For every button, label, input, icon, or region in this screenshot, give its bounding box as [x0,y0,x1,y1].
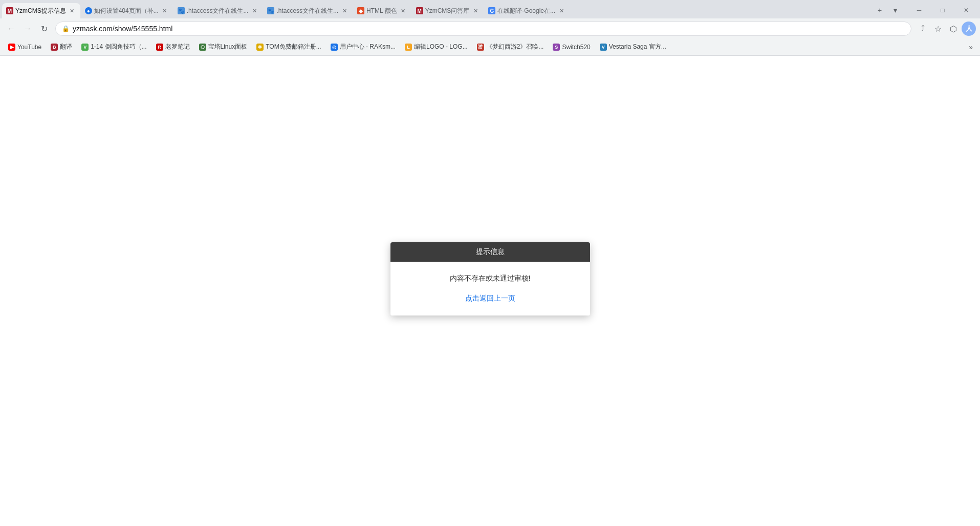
bookmark-bm11[interactable]: VVestaria Saga 官方... [596,40,670,53]
tab-close-tab3[interactable]: ✕ [250,7,258,15]
new-tab-button[interactable]: + [873,3,887,17]
bookmark-label-bm2: 翻译 [60,43,72,51]
tab-favicon-tab2: ● [85,7,92,14]
bookmarks-bar: ▶YouTubeB翻译V1-14 倒圆角技巧（...R老罗笔记⬡宝塔Linux面… [0,39,980,55]
bookmark-icon-bm3: V [81,44,89,51]
tab-close-tab4[interactable]: ✕ [340,7,349,15]
tab-favicon-tab7: G [488,7,495,14]
dialog-message: 内容不存在或未通过审核! [399,274,582,283]
dialog: 提示信息 内容不存在或未通过审核! 点击返回上一页 [390,242,590,315]
profile-button[interactable]: 人 [962,22,976,36]
toolbar: ← → ↻ 🔒 yzmask.com/show/545555.html ⤴ ☆ … [0,18,980,39]
tab-close-tab5[interactable]: ✕ [399,7,407,15]
bookmark-bm9[interactable]: 游《梦幻西游2》召唤... [473,40,548,53]
tab-tab6[interactable]: MYzmCMS问答库✕ [412,3,484,18]
bookmark-label-bm9: 《梦幻西游2》召唤... [486,43,544,51]
tab-favicon-tab5: ◆ [357,7,364,14]
address-text: yzmask.com/show/545555.html [73,25,172,33]
tab-tab7[interactable]: G在线翻译-Google在...✕ [484,3,570,18]
bookmark-label-bm10: Switch520 [562,44,590,51]
bookmark-label-bm4: 老罗笔记 [165,43,190,51]
page-content: 提示信息 内容不存在或未通过审核! 点击返回上一页 [0,56,980,501]
bookmark-bm2[interactable]: B翻译 [47,40,76,53]
tab-close-tab2[interactable]: ✕ [161,7,169,15]
tab-label-tab2: 如何设置404页面（补... [94,7,159,15]
tab-close-tab7[interactable]: ✕ [557,7,565,15]
tab-tab4[interactable]: 🐾.htaccess文件在线生...✕ [263,3,353,18]
bookmarks-more-button[interactable]: » [966,41,976,53]
share-button[interactable]: ⤴ [916,22,930,36]
tab-close-tab1[interactable]: ✕ [68,7,76,15]
tab-label-tab3: .htaccess文件在线生... [187,7,249,15]
tab-tab5[interactable]: ◆HTML 颜色✕ [353,3,411,18]
toolbar-right: ⤴ ☆ ⬡ 人 [916,22,976,36]
bookmark-icon-bm8: L [405,44,412,51]
tab-label-tab4: .htaccess文件在线生... [276,7,338,15]
bookmark-bm8[interactable]: L编辑LOGO - LOG... [401,40,472,53]
bookmark-bm5[interactable]: ⬡宝塔Linux面板 [195,40,252,53]
address-bar[interactable]: 🔒 yzmask.com/show/545555.html [55,22,911,36]
bookmark-icon-bm5: ⬡ [199,44,206,51]
tab-favicon-tab4: 🐾 [267,7,274,14]
bookmark-button[interactable]: ☆ [931,22,945,36]
bookmark-label-bm3: 1-14 倒圆角技巧（... [91,43,146,51]
tab-label-tab1: YzmCMS提示信息 [15,7,66,15]
tab-tab2[interactable]: ●如何设置404页面（补...✕ [81,3,173,18]
maximize-button[interactable]: □ [931,2,954,18]
bookmark-label-bm7: 用户中心 - RAKsm... [340,43,396,51]
bookmark-bm4[interactable]: R老罗笔记 [152,40,194,53]
bookmark-label-bm8: 编辑LOGO - LOG... [414,43,468,51]
tab-label-tab6: YzmCMS问答库 [425,7,470,15]
bookmark-icon-bm2: B [51,44,58,51]
tab-favicon-tab6: M [416,7,423,14]
bookmark-icon-bm10: S [553,44,560,51]
bookmark-icon-bm4: R [156,44,163,51]
bookmark-label-bm11: Vestaria Saga 官方... [609,43,666,51]
bookmark-bm7[interactable]: ◎用户中心 - RAKsm... [326,40,400,53]
back-button[interactable]: ← [4,22,18,36]
tab-bar-controls: + ▾ ─ □ ✕ [873,2,978,18]
bookmark-label-bm6: TOM免费邮箱注册... [266,43,321,51]
bookmark-icon-bm7: ◎ [331,44,338,51]
bookmark-label-bm1: YouTube [17,44,41,51]
bookmark-icon-bm6: ✻ [256,44,264,51]
browser-chrome: MYzmCMS提示信息✕●如何设置404页面（补...✕🐾.htaccess文件… [0,0,980,56]
tab-favicon-tab3: 🐾 [178,7,185,14]
tab-close-tab6[interactable]: ✕ [471,7,480,15]
bookmark-bm6[interactable]: ✻TOM免费邮箱注册... [252,40,325,53]
bookmark-bm10[interactable]: SSwitch520 [549,41,594,53]
tab-tab3[interactable]: 🐾.htaccess文件在线生...✕ [173,3,263,18]
bookmark-label-bm5: 宝塔Linux面板 [208,43,248,51]
tab-label-tab5: HTML 颜色 [366,7,397,15]
bookmark-icon-bm11: V [600,44,607,51]
window-controls: ─ □ ✕ [907,2,978,18]
refresh-button[interactable]: ↻ [37,22,51,36]
forward-button[interactable]: → [20,22,35,36]
lock-icon: 🔒 [62,25,70,32]
close-button[interactable]: ✕ [954,2,978,18]
bookmark-bm3[interactable]: V1-14 倒圆角技巧（... [77,40,150,53]
dialog-title: 提示信息 [476,247,505,256]
minimize-button[interactable]: ─ [907,2,931,18]
dialog-header: 提示信息 [390,242,590,262]
tab-favicon-tab1: M [6,7,13,14]
bookmark-icon-bm9: 游 [477,44,484,51]
extensions-button[interactable]: ⬡ [946,22,961,36]
dialog-body: 内容不存在或未通过审核! 点击返回上一页 [390,262,590,315]
tab-label-tab7: 在线翻译-Google在... [497,7,555,15]
tab-bar: MYzmCMS提示信息✕●如何设置404页面（补...✕🐾.htaccess文件… [0,0,980,18]
bookmark-icon-bm1: ▶ [8,44,15,51]
bookmark-bm1[interactable]: ▶YouTube [4,41,46,53]
dialog-back-link[interactable]: 点击返回上一页 [465,294,515,302]
tab-tab1[interactable]: MYzmCMS提示信息✕ [2,3,80,18]
tab-chevron-down[interactable]: ▾ [888,3,902,17]
